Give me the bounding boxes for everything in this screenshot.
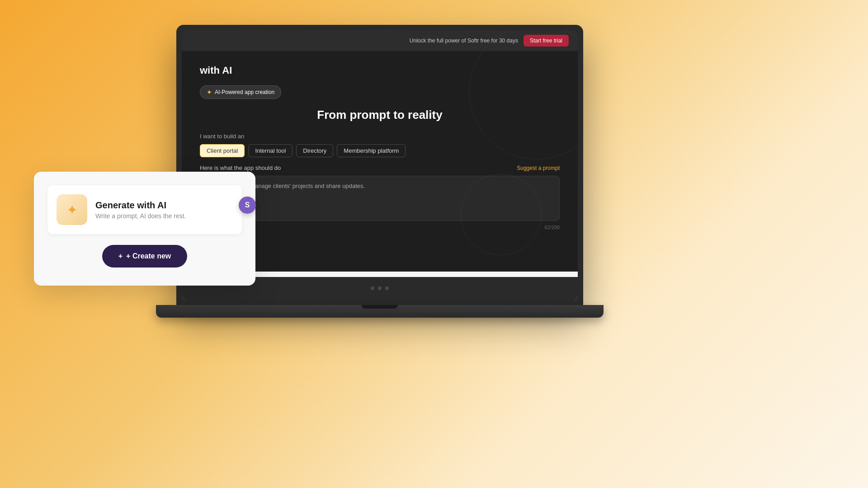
option-membership-platform[interactable]: Membership platform [337, 144, 406, 157]
laptop-base [156, 305, 604, 318]
ai-badge: ✦ AI-Powered app creation [200, 85, 281, 99]
footer-dot-2 [378, 286, 382, 290]
option-directory[interactable]: Directory [296, 144, 333, 157]
sparkle-icon: ✦ [207, 89, 212, 96]
ai-sparkle-icon: ✦ [66, 202, 78, 218]
option-client-portal[interactable]: Client portal [200, 144, 245, 157]
card-subtitle: Write a prompt, AI does the rest. [95, 212, 186, 220]
footer-dot-1 [371, 286, 374, 290]
ai-badge-text: AI-Powered app creation [215, 89, 274, 95]
option-internal-tool[interactable]: Internal tool [248, 144, 292, 157]
prompt-header: Here is what the app should do Suggest a… [200, 164, 560, 171]
prompt-label: Here is what the app should do [200, 164, 281, 171]
suggest-prompt-link[interactable]: Suggest a prompt [517, 165, 560, 171]
footer-dot-3 [385, 286, 389, 290]
card-inner: ✦ Generate with AI Write a prompt, AI do… [47, 185, 242, 234]
laptop-notch [362, 305, 398, 309]
create-new-button[interactable]: + + Create new [102, 245, 188, 267]
card-title: Generate with AI [95, 200, 186, 211]
floating-card: ✦ Generate with AI Write a prompt, AI do… [34, 172, 255, 286]
user-avatar: S [239, 197, 256, 214]
deco-circle-3 [460, 174, 542, 255]
ai-icon-box: ✦ [57, 194, 87, 225]
create-new-label: + Create new [126, 252, 171, 260]
card-text: Generate with AI Write a prompt, AI does… [95, 200, 186, 220]
plus-icon: + [118, 252, 123, 260]
